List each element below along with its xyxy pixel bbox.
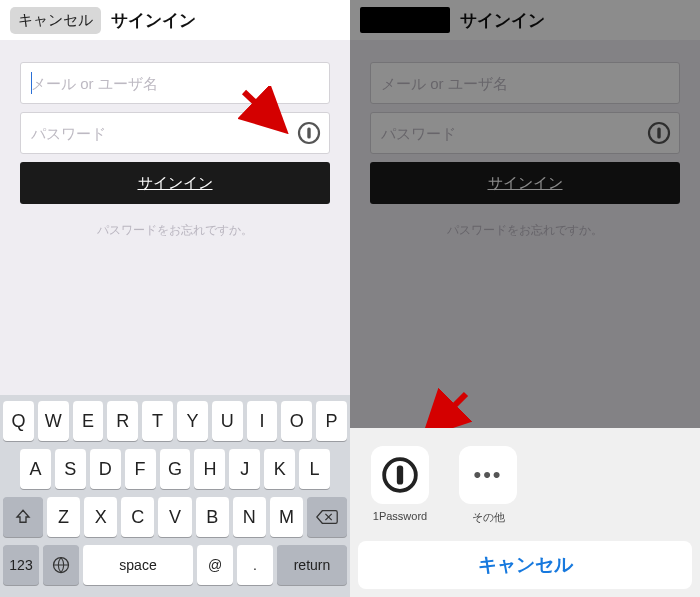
onepassword-icon (371, 446, 429, 504)
sheet-item-label: その他 (472, 510, 505, 525)
key-return[interactable]: return (277, 545, 347, 585)
key-v[interactable]: V (158, 497, 191, 537)
screen-right: サインイン サインイン パスワードをお忘れですか。 (350, 0, 700, 597)
email-field-wrap[interactable] (370, 62, 680, 104)
onepassword-icon[interactable] (647, 121, 671, 145)
forgot-password-link[interactable]: パスワードをお忘れですか。 (370, 222, 680, 239)
svg-rect-8 (397, 466, 403, 485)
keyboard-row-1: Q W E R T Y U I O P (3, 401, 347, 441)
key-i[interactable]: I (247, 401, 278, 441)
key-k[interactable]: K (264, 449, 295, 489)
signin-button[interactable]: サインイン (370, 162, 680, 204)
key-o[interactable]: O (281, 401, 312, 441)
key-j[interactable]: J (229, 449, 260, 489)
keyboard-row-4: 123 space @ . return (3, 545, 347, 585)
email-field[interactable] (31, 75, 319, 92)
key-g[interactable]: G (160, 449, 191, 489)
redacted-button (360, 7, 450, 33)
key-123[interactable]: 123 (3, 545, 39, 585)
keyboard: Q W E R T Y U I O P A S D F G H J K L Z (0, 395, 350, 597)
key-a[interactable]: A (20, 449, 51, 489)
share-sheet: 1Password ••• その他 キャンセル (350, 428, 700, 597)
key-t[interactable]: T (142, 401, 173, 441)
key-r[interactable]: R (107, 401, 138, 441)
email-field-wrap[interactable] (20, 62, 330, 104)
password-field[interactable] (381, 125, 669, 142)
key-w[interactable]: W (38, 401, 69, 441)
password-field-wrap[interactable] (370, 112, 680, 154)
key-space[interactable]: space (83, 545, 193, 585)
key-dot[interactable]: . (237, 545, 273, 585)
sheet-cancel-button[interactable]: キャンセル (358, 541, 692, 589)
text-caret (31, 72, 32, 94)
svg-rect-1 (307, 128, 310, 139)
onepassword-icon[interactable] (297, 121, 321, 145)
password-field[interactable] (31, 125, 319, 142)
key-u[interactable]: U (212, 401, 243, 441)
key-b[interactable]: B (196, 497, 229, 537)
sheet-item-label: 1Password (373, 510, 427, 522)
key-s[interactable]: S (55, 449, 86, 489)
svg-line-6 (430, 394, 466, 430)
password-field-wrap[interactable] (20, 112, 330, 154)
key-d[interactable]: D (90, 449, 121, 489)
more-icon: ••• (459, 446, 517, 504)
forgot-password-link[interactable]: パスワードをお忘れですか。 (20, 222, 330, 239)
key-x[interactable]: X (84, 497, 117, 537)
signin-button[interactable]: サインイン (20, 162, 330, 204)
nav-bar: サインイン (350, 0, 700, 40)
page-title: サインイン (111, 9, 196, 32)
key-f[interactable]: F (125, 449, 156, 489)
sheet-item-more[interactable]: ••• その他 (456, 446, 520, 525)
keyboard-row-2: A S D F G H J K L (3, 449, 347, 489)
key-at[interactable]: @ (197, 545, 233, 585)
backspace-icon[interactable] (307, 497, 347, 537)
cancel-button[interactable]: キャンセル (10, 7, 101, 34)
key-h[interactable]: H (194, 449, 225, 489)
svg-rect-5 (657, 128, 660, 139)
globe-icon[interactable] (43, 545, 79, 585)
keyboard-row-3: Z X C V B N M (3, 497, 347, 537)
screen-left: キャンセル サインイン サインイン パスワードをお忘れですか。 (0, 0, 350, 597)
key-m[interactable]: M (270, 497, 303, 537)
email-field[interactable] (381, 75, 669, 92)
key-n[interactable]: N (233, 497, 266, 537)
key-z[interactable]: Z (47, 497, 80, 537)
nav-bar: キャンセル サインイン (0, 0, 350, 40)
key-c[interactable]: C (121, 497, 154, 537)
shift-icon[interactable] (3, 497, 43, 537)
key-q[interactable]: Q (3, 401, 34, 441)
page-title: サインイン (460, 9, 545, 32)
key-e[interactable]: E (73, 401, 104, 441)
key-p[interactable]: P (316, 401, 347, 441)
key-l[interactable]: L (299, 449, 330, 489)
key-y[interactable]: Y (177, 401, 208, 441)
sheet-item-1password[interactable]: 1Password (368, 446, 432, 525)
